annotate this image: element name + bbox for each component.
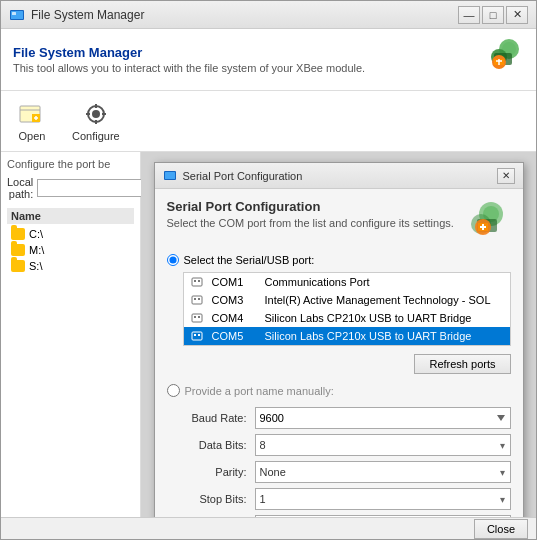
dialog-title-text: Serial Port Configuration [183,170,303,182]
svg-rect-24 [194,280,196,282]
svg-rect-34 [198,334,200,336]
file-tree: Name C:\ M:\ S:\ [7,208,134,274]
table-row[interactable]: COM4 Silicon Labs CP210x USB to UART Bri… [184,309,510,327]
svg-rect-30 [194,316,196,318]
flow-control-value[interactable]: None [255,515,511,517]
local-path-label: Local path: [7,176,33,200]
port-name: COM1 [212,276,257,288]
com-port-icon [190,275,204,289]
manual-radio-text: Provide a port name manually: [185,385,334,397]
usb-icon [190,329,204,343]
table-row[interactable]: COM3 Intel(R) Active Management Technolo… [184,291,510,309]
settings-grid: Baud Rate: 9600 115200 57600 38400 19200… [167,407,511,517]
port-desc: Silicon Labs CP210x USB to UART Bridge [265,330,504,342]
port-desc: Intel(R) Active Management Technology - … [265,294,504,306]
configure-button[interactable]: Configure [63,95,129,147]
app-title: File System Manager [13,45,365,60]
svg-rect-14 [86,113,90,115]
open-label: Open [19,130,46,142]
baud-rate-select[interactable]: 9600 115200 57600 38400 19200 4800 [255,407,511,429]
title-bar-buttons: — □ ✕ [458,6,528,24]
app-subtitle: This tool allows you to interact with th… [13,62,365,74]
status-bar: Close [1,517,536,539]
select-serial-radio[interactable] [167,254,179,266]
minimize-button[interactable]: — [458,6,480,24]
dialog-close-button[interactable]: ✕ [497,168,515,184]
dialog-title-bar: Serial Port Configuration ✕ [155,163,523,189]
dialog-overlay: Serial Port Configuration ✕ Serial Port … [141,152,536,517]
dialog-header-icon [461,199,511,244]
data-bits-value[interactable]: 8 [255,434,511,456]
com-port-icon [190,329,204,343]
stop-bits-label: Stop Bits: [167,493,247,505]
svg-rect-28 [198,298,200,300]
list-item[interactable]: C:\ [7,226,134,242]
port-desc: Silicon Labs CP210x USB to UART Bridge [265,312,504,324]
main-close-button[interactable]: Close [474,519,528,539]
svg-rect-32 [192,332,202,340]
tree-item-label: C:\ [29,228,43,240]
open-button[interactable]: Open [9,95,55,147]
app-header: File System Manager This tool allows you… [1,29,536,91]
port-name: COM3 [212,294,257,306]
file-tree-header: Name [7,208,134,224]
dialog-header-title: Serial Port Configuration [167,199,454,214]
table-row[interactable]: COM5 Silicon Labs CP210x USB to UART Bri… [184,327,510,345]
svg-rect-29 [192,314,202,322]
main-content: Configure the port be Local path: Name C… [1,152,536,517]
svg-rect-12 [95,104,97,108]
manual-port-radio[interactable] [167,384,180,397]
local-path-row: Local path: [7,176,134,200]
port-list: COM1 Communications Port [183,272,511,346]
refresh-ports-button[interactable]: Refresh ports [414,354,510,374]
toolbar: Open Configure [1,91,536,152]
configure-icon [82,100,110,128]
port-desc: Communications Port [265,276,504,288]
list-item[interactable]: S:\ [7,258,134,274]
table-row[interactable]: COM1 Communications Port [184,273,510,291]
svg-rect-25 [198,280,200,282]
svg-rect-26 [192,296,202,304]
dialog-header-subtitle: Select the COM port from the list and co… [167,217,454,229]
svg-rect-17 [165,172,175,179]
tree-item-label: M:\ [29,244,44,256]
title-bar-left: File System Manager [9,7,144,23]
dialog-title-left: Serial Port Configuration [163,169,303,183]
window-close-button[interactable]: ✕ [506,6,528,24]
window-title: File System Manager [31,8,144,22]
refresh-btn-row: Refresh ports [183,354,511,374]
sidebar: Configure the port be Local path: Name C… [1,152,141,517]
parity-value[interactable]: None [255,461,511,483]
svg-rect-15 [102,113,106,115]
com-port-icon [190,311,204,325]
list-item[interactable]: M:\ [7,242,134,258]
tree-item-label: S:\ [29,260,42,272]
dialog-header: Serial Port Configuration Select the COM… [167,199,511,244]
title-bar: File System Manager — □ ✕ [1,1,536,29]
configure-label: Configure [72,130,120,142]
usb-icon [190,311,204,325]
main-window: File System Manager — □ ✕ File System Ma… [0,0,537,540]
xbee-logo-icon [474,37,524,82]
open-icon [18,100,46,128]
data-bits-label: Data Bits: [167,439,247,451]
stop-bits-value[interactable]: 1 [255,488,511,510]
svg-rect-13 [95,120,97,124]
serial-port-dialog: Serial Port Configuration ✕ Serial Port … [154,162,524,517]
port-name: COM4 [212,312,257,324]
port-name: COM5 [212,330,257,342]
svg-rect-27 [194,298,196,300]
dialog-title-icon [163,169,177,183]
usb-icon [190,275,204,289]
manual-radio-label[interactable]: Provide a port name manually: [167,384,511,397]
app-title-icon [9,7,25,23]
dialog-header-text: Serial Port Configuration Select the COM… [167,199,454,229]
com-port-icon [190,293,204,307]
svg-rect-31 [198,316,200,318]
maximize-button[interactable]: □ [482,6,504,24]
folder-icon [11,260,25,272]
select-serial-radio-label[interactable]: Select the Serial/USB port: [167,254,511,266]
right-content: Serial Port Configuration ✕ Serial Port … [141,152,536,517]
svg-point-11 [92,110,100,118]
folder-icon [11,228,25,240]
